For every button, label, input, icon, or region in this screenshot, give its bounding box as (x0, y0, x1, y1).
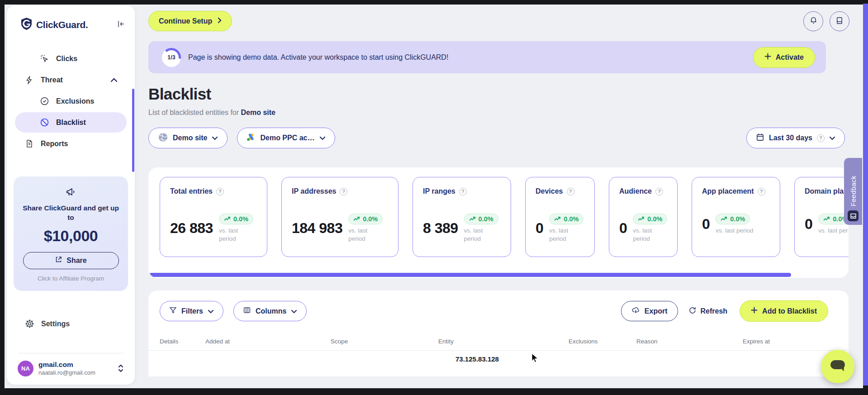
demo-data-banner: 1/3 Page is showing demo data. Activate … (148, 41, 826, 73)
globe-icon (158, 132, 168, 144)
column-header[interactable]: Exclusions (569, 338, 636, 345)
stat-caption: vs. last period (633, 227, 664, 243)
filters-button[interactable]: Filters (160, 301, 223, 321)
column-header[interactable]: Entity (438, 338, 569, 345)
sidebar-scrollbar-thumb[interactable] (132, 89, 134, 172)
export-button[interactable]: Export (621, 301, 678, 321)
columns-button[interactable]: Columns (233, 301, 307, 321)
promo-text: Share ClickGuard and get up to (20, 204, 122, 223)
column-header[interactable]: Scope (331, 338, 438, 345)
chevron-down-icon (319, 134, 326, 142)
cloud-download-icon (631, 306, 640, 316)
delta-badge: 0.0% (633, 214, 667, 224)
stat-label: Devices (536, 187, 563, 195)
sidebar-item-exclusions[interactable]: Exclusions (15, 91, 127, 111)
docs-button[interactable] (830, 11, 849, 31)
stat-label: Domain pla (805, 187, 844, 195)
activate-button[interactable]: Activate (753, 47, 815, 68)
sidebar-item-settings[interactable]: Settings (15, 314, 127, 333)
setup-progress-value: 1/3 (164, 50, 179, 65)
horizontal-scrollbar-thumb[interactable] (149, 273, 791, 277)
help-icon[interactable]: ? (567, 188, 574, 195)
continue-setup-button[interactable]: Continue Setup (148, 11, 232, 31)
table-header-row: Details Added at Scope Entity Exclusions… (148, 338, 849, 345)
add-to-blacklist-button[interactable]: Add to Blacklist (740, 300, 828, 322)
chevron-down-icon (208, 307, 214, 315)
stat-value: 0 (536, 220, 543, 237)
sidebar-item-label: Clicks (56, 55, 77, 63)
stat-value: 0 (805, 216, 812, 233)
delta-badge: 0.0% (716, 214, 750, 224)
page-subtitle: List of blacklisted entities for Demo si… (148, 109, 863, 117)
notifications-button[interactable] (803, 11, 823, 31)
stat-caption: vs. last period (549, 227, 581, 243)
export-label: Export (645, 307, 668, 315)
help-icon[interactable]: ? (216, 188, 224, 195)
chevron-down-icon (212, 134, 218, 142)
feedback-tab[interactable]: Feedback (844, 158, 862, 225)
refresh-label: Refresh (701, 307, 728, 315)
date-range-selector[interactable]: Last 30 days ? (746, 128, 845, 148)
ppc-account-selector[interactable]: Demo PPC ac… (237, 128, 335, 148)
delta-badge: 0.0% (549, 214, 583, 224)
lightning-icon (25, 75, 34, 85)
help-icon[interactable]: ? (758, 188, 765, 195)
stat-label: Total entries (170, 187, 213, 195)
stat-caption: vs. last period (464, 227, 496, 243)
book-icon (835, 16, 844, 26)
stat-label: IP addresses (292, 187, 336, 195)
affiliate-promo-card[interactable]: Share ClickGuard and get up to $10,000 S… (14, 176, 128, 291)
column-header[interactable]: Added at (205, 338, 331, 345)
sidebar-item-reports[interactable]: Reports (15, 133, 127, 154)
delta-badge: 0.0% (348, 214, 383, 224)
chevron-up-down-icon[interactable] (118, 364, 124, 372)
site-selector-value: Demo site (173, 134, 207, 142)
column-header[interactable]: Details (160, 338, 205, 345)
share-button[interactable]: Share (23, 252, 119, 269)
delta-badge: 0.0% (464, 214, 498, 224)
sidebar-collapse-icon[interactable] (117, 19, 126, 30)
table-row[interactable]: 73.125.83.128 (148, 355, 849, 363)
stat-value: 26 883 (170, 220, 213, 237)
chat-launcher-button[interactable] (821, 350, 854, 383)
stat-caption: vs. last period (716, 227, 753, 235)
stat-card-ip-addresses: IP addresses? 184 983 0.0% vs. last peri… (281, 177, 398, 257)
share-button-label: Share (66, 257, 86, 265)
chevron-up-icon[interactable] (110, 78, 118, 82)
sidebar-item-label: Threat (41, 76, 63, 84)
sidebar-item-blacklist[interactable]: Blacklist (15, 112, 127, 133)
stat-card-total-entries: Total entries? 26 883 0.0% vs. last peri… (160, 177, 267, 257)
sidebar-item-threat[interactable]: Threat (15, 70, 127, 90)
date-range-value: Last 30 days (769, 134, 812, 142)
cursor-click-icon (40, 54, 49, 63)
help-icon[interactable]: ? (459, 188, 467, 195)
stat-card-domain-placement: Domain pla? 0 0.0% vs. last per (794, 177, 849, 257)
workspace-switcher[interactable]: NA gmail.com naatali.ro@gmail.com (15, 361, 127, 376)
column-header[interactable]: Reason (636, 338, 743, 345)
divider (148, 350, 849, 351)
site-selector[interactable]: Demo site (148, 128, 228, 148)
column-header[interactable]: Expires at (743, 338, 837, 345)
workspace-name: gmail.com (38, 361, 113, 369)
refresh-icon (688, 306, 697, 316)
external-link-icon (55, 256, 62, 265)
affiliate-link[interactable]: Click to Affiliate Program (20, 275, 122, 282)
brand: ClickGuard. (20, 17, 88, 32)
stat-value: 0 (702, 216, 710, 233)
vertical-scrollbar-thumb[interactable] (863, 4, 868, 385)
app-viewport: ClickGuard. Clicks Threat (5, 5, 863, 388)
chevron-right-icon (218, 17, 222, 25)
ppc-account-value: Demo PPC ac… (260, 134, 314, 142)
help-icon[interactable]: ? (655, 188, 663, 195)
stat-label: IP ranges (423, 187, 455, 195)
google-ads-icon (247, 133, 256, 143)
brand-name: ClickGuard. (36, 19, 88, 30)
help-icon[interactable]: ? (340, 188, 347, 195)
sidebar-item-clicks[interactable]: Clicks (15, 48, 127, 69)
stat-card-ip-ranges: IP ranges? 8 389 0.0% vs. last period (413, 177, 511, 257)
stat-value: 8 389 (423, 220, 458, 237)
stats-panel: Total entries? 26 883 0.0% vs. last peri… (148, 167, 849, 278)
refresh-button[interactable]: Refresh (688, 306, 728, 316)
stat-value: 184 983 (292, 220, 342, 237)
sidebar-nav: Clicks Threat Exclusions (7, 48, 135, 154)
